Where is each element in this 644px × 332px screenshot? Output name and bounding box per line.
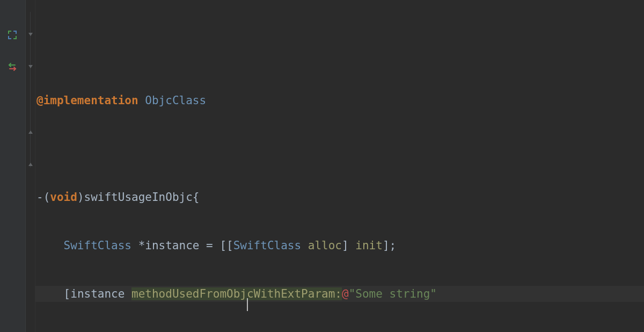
method-call: methodUsedFromObj bbox=[131, 287, 247, 300]
enter-fullscreen-icon[interactable] bbox=[8, 30, 18, 41]
keyword: void bbox=[50, 191, 77, 204]
method-decl: swiftUsageInObjc bbox=[84, 191, 193, 204]
fold-column bbox=[26, 0, 35, 332]
gutter bbox=[0, 0, 26, 332]
swap-icon[interactable] bbox=[8, 62, 18, 73]
fold-start-icon[interactable] bbox=[27, 63, 34, 70]
type-name: SwiftClass bbox=[64, 239, 131, 252]
at-literal: @ bbox=[342, 287, 349, 300]
type-name: SwiftClass bbox=[233, 239, 301, 252]
string-literal: "Some string" bbox=[349, 287, 437, 300]
editor[interactable]: @implementation ObjcClass -(void)swiftUs… bbox=[35, 0, 644, 332]
code-line: @implementation ObjcClass bbox=[35, 92, 644, 109]
code-line: -(void)swiftUsageInObjc{ bbox=[35, 189, 644, 205]
code-line: SwiftClass *instance = [[SwiftClass allo… bbox=[35, 237, 644, 254]
method-call: alloc bbox=[308, 239, 342, 252]
method-call: cWithExtParam: bbox=[247, 287, 342, 300]
method-call: init bbox=[355, 239, 383, 252]
keyword: @implementation bbox=[36, 94, 138, 107]
code-line-blank bbox=[35, 141, 644, 157]
fold-end-icon[interactable] bbox=[27, 161, 34, 168]
code-line-blank bbox=[35, 44, 644, 60]
code-line-current: [instance methodUsedFromObjcWithExtParam… bbox=[35, 286, 644, 302]
type-name: ObjcClass bbox=[145, 94, 206, 107]
fold-end-icon[interactable] bbox=[27, 129, 34, 135]
fold-start-icon[interactable] bbox=[27, 31, 34, 38]
